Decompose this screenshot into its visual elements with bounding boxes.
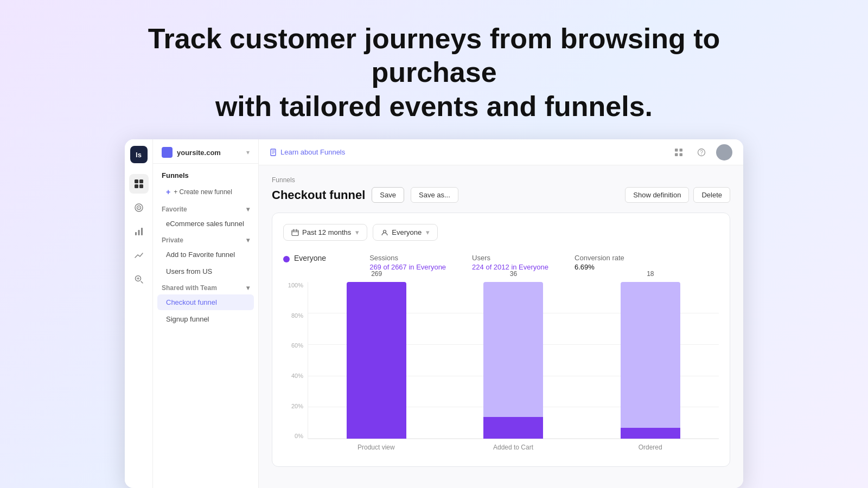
chevron-icon: ▾ <box>246 236 250 244</box>
left-nav: yoursite.com ▾ Funnels + + Create new fu… <box>153 139 259 488</box>
nav-group-shared[interactable]: Shared with Team ▾ <box>153 280 258 294</box>
bar-ordered: 18 <box>582 282 719 439</box>
svg-rect-8 <box>138 230 139 235</box>
users-label: Users <box>472 254 548 262</box>
x-label-ordered: Ordered <box>582 439 719 455</box>
plus-icon: + <box>166 188 170 196</box>
nav-group-favorite[interactable]: Favorite ▾ <box>153 201 258 215</box>
chevron-down-icon: ▾ <box>246 149 250 156</box>
breadcrumb: Funnels <box>272 176 730 184</box>
y-axis: 100% 80% 60% 40% 20% 0% <box>283 282 308 439</box>
nav-icon-grid[interactable] <box>129 174 149 194</box>
bar-dark-cart <box>483 417 543 439</box>
page-header: Checkout funnel Save Save as... Show def… <box>272 187 730 203</box>
show-definition-button[interactable]: Show definition <box>625 187 689 203</box>
icon-sidebar: ls <box>125 139 153 488</box>
nav-item-checkout[interactable]: Checkout funnel <box>157 294 254 310</box>
svg-rect-15 <box>675 149 678 152</box>
app-logo: ls <box>130 146 148 163</box>
bar-dark-product <box>347 282 406 439</box>
bar-dark-ordered <box>621 428 680 439</box>
filter-row: Past 12 months ▾ Everyone ▾ <box>283 224 719 241</box>
legend-dot <box>283 256 290 262</box>
svg-rect-9 <box>141 228 143 235</box>
bar-product-view: 269 <box>308 282 445 439</box>
nav-item-add-favorite[interactable]: Add to Favorite funnel <box>157 247 254 262</box>
learn-link[interactable]: Learn about Funnels <box>270 148 345 156</box>
users-stat: Users 224 of 2012 in Everyone <box>472 254 548 271</box>
chevron-icon: ▾ <box>355 228 359 236</box>
create-funnel-button[interactable]: + + Create new funnel <box>157 184 254 200</box>
app-window: ls <box>125 139 743 488</box>
sessions-label: Sessions <box>369 254 446 262</box>
nav-item-signup[interactable]: Signup funnel <box>157 311 254 327</box>
nav-item-users-us[interactable]: Users from US <box>157 264 254 279</box>
site-selector[interactable]: yoursite.com ▾ <box>153 139 258 164</box>
svg-rect-1 <box>139 179 143 183</box>
delete-button[interactable]: Delete <box>693 187 730 203</box>
svg-point-25 <box>384 230 386 233</box>
site-icon <box>162 147 173 158</box>
content-area: Funnels Checkout funnel Save Save as... … <box>259 165 743 488</box>
calendar-icon <box>291 229 299 236</box>
conversion-stat: Conversion rate 6.69% <box>575 254 624 271</box>
nav-item-ecommerce[interactable]: eCommerce sales funnel <box>157 216 254 232</box>
svg-rect-7 <box>135 232 137 235</box>
chevron-icon: ▾ <box>246 284 250 292</box>
bar-light-cart <box>483 282 543 417</box>
audience-icon <box>381 229 388 236</box>
audience-filter[interactable]: Everyone ▾ <box>373 224 438 241</box>
svg-rect-21 <box>292 230 298 235</box>
topbar-right: ? <box>671 144 732 160</box>
svg-rect-16 <box>680 149 683 152</box>
conversion-label: Conversion rate <box>575 254 624 262</box>
svg-rect-17 <box>675 153 678 156</box>
svg-rect-3 <box>139 184 143 188</box>
save-as-button[interactable]: Save as... <box>411 187 458 203</box>
svg-rect-0 <box>135 179 138 183</box>
x-label-product: Product view <box>308 439 445 455</box>
book-icon <box>270 149 277 156</box>
bar-chart: 100% 80% 60% 40% 20% 0% <box>283 282 719 455</box>
chart-card: Past 12 months ▾ Everyone ▾ <box>272 213 730 467</box>
page-title: Checkout funnel <box>272 188 365 202</box>
nav-icon-chart[interactable] <box>129 222 149 241</box>
help-icon[interactable]: ? <box>693 144 710 160</box>
legend-row: Everyone Sessions 269 of 2667 in Everyon… <box>283 254 719 271</box>
svg-text:?: ? <box>700 150 703 156</box>
chart-bars: 269 36 <box>308 282 719 439</box>
conversion-value: 6.69% <box>575 263 624 271</box>
nav-group-private[interactable]: Private ▾ <box>153 232 258 246</box>
nav-icon-target[interactable] <box>129 198 149 217</box>
topbar: Learn about Funnels ? <box>259 139 743 165</box>
site-name: yoursite.com <box>177 149 242 157</box>
nav-icon-trend[interactable] <box>129 246 149 265</box>
period-filter[interactable]: Past 12 months ▾ <box>283 224 367 241</box>
save-button[interactable]: Save <box>372 187 404 203</box>
x-labels: Product view Added to Cart Ordered <box>308 439 719 455</box>
grid-icon[interactable] <box>671 144 687 160</box>
chevron-icon: ▾ <box>426 228 430 236</box>
nav-icon-search[interactable] <box>129 269 149 289</box>
bar-added-cart: 36 <box>445 282 582 439</box>
svg-rect-2 <box>135 184 138 188</box>
svg-rect-18 <box>680 153 683 156</box>
bar-light-ordered <box>621 282 680 428</box>
nav-section-title: Funnels <box>153 164 258 183</box>
x-label-cart: Added to Cart <box>445 439 582 455</box>
main-content: Learn about Funnels ? <box>259 139 743 488</box>
svg-point-6 <box>138 207 139 208</box>
legend-label: Everyone <box>294 254 326 262</box>
header-actions: Show definition Delete <box>625 187 730 203</box>
user-avatar[interactable] <box>716 144 732 160</box>
chevron-icon: ▾ <box>246 206 250 213</box>
sessions-stat: Sessions 269 of 2667 in Everyone <box>369 254 446 271</box>
hero-heading: Track customer journeys from browsing to… <box>136 0 732 139</box>
